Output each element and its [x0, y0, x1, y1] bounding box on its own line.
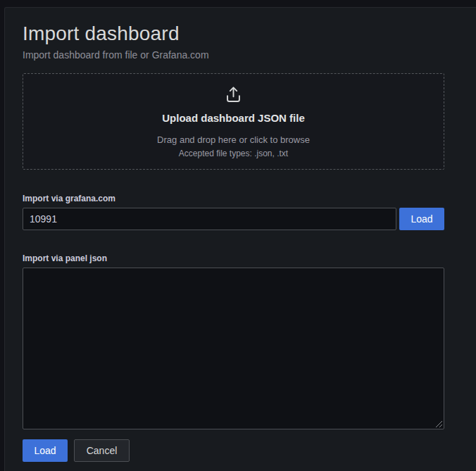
- import-via-panel-json-section: Import via panel json: [23, 253, 444, 429]
- dropzone-accepted-types: Accepted file types: .json, .txt: [179, 149, 288, 158]
- cancel-button[interactable]: Cancel: [74, 439, 130, 462]
- import-via-grafana-section: Import via grafana.com Load: [23, 194, 444, 230]
- grafana-com-label: Import via grafana.com: [23, 194, 444, 203]
- page-subtitle: Import dashboard from file or Grafana.co…: [23, 49, 444, 61]
- dropzone-heading: Upload dashboard JSON file: [162, 112, 305, 124]
- dropzone-hint: Drag and drop here or click to browse: [157, 134, 310, 145]
- grafana-com-load-button[interactable]: Load: [399, 208, 444, 230]
- upload-json-dropzone[interactable]: Upload dashboard JSON file Drag and drop…: [23, 73, 444, 170]
- upload-icon: [224, 85, 243, 104]
- panel-json-label: Import via panel json: [23, 253, 444, 263]
- load-button[interactable]: Load: [23, 439, 68, 462]
- grafana-com-id-input[interactable]: [23, 208, 396, 230]
- import-dashboard-page: Import dashboard Import dashboard from f…: [4, 7, 476, 471]
- form-actions: Load Cancel: [23, 439, 444, 462]
- textarea-resize-handle[interactable]: [435, 420, 443, 428]
- panel-json-textarea[interactable]: [23, 268, 444, 429]
- page-title: Import dashboard: [23, 23, 444, 45]
